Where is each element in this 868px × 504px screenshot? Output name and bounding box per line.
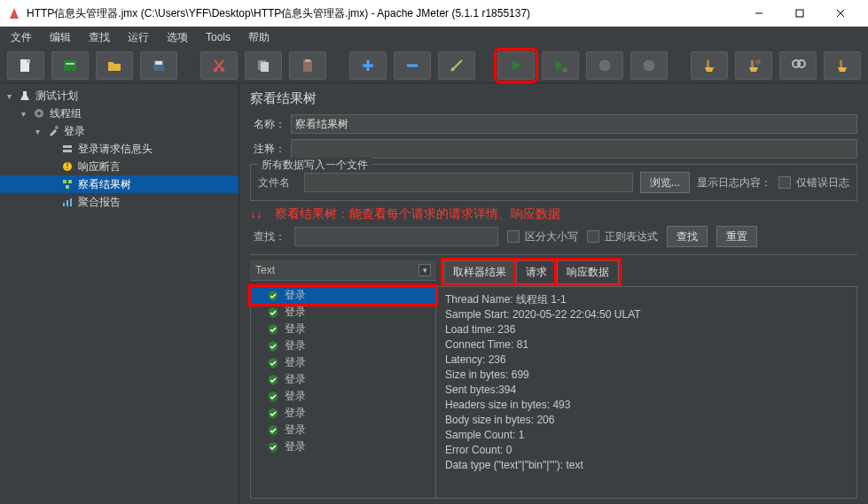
detail-tabs: 取样器结果 请求 响应数据: [443, 260, 619, 284]
menu-search[interactable]: 查找: [82, 28, 117, 47]
app-icon: [7, 6, 21, 20]
result-row[interactable]: 登录: [251, 438, 435, 455]
expand-button[interactable]: [349, 51, 387, 80]
svg-point-23: [755, 59, 761, 65]
tree-item-assert[interactable]: !响应断言: [0, 158, 239, 175]
tree-item-label: 聚合报告: [78, 195, 121, 210]
regex-checkbox[interactable]: [587, 230, 599, 243]
renderer-dropdown-label: Text: [255, 264, 275, 276]
result-row[interactable]: 登录: [251, 422, 435, 438]
result-row[interactable]: 登录: [251, 321, 435, 337]
result-row[interactable]: 登录: [251, 388, 435, 405]
menu-file[interactable]: 文件: [4, 28, 39, 47]
toolbar: [0, 48, 868, 83]
tree-item-label: 登录: [64, 124, 85, 139]
open-button[interactable]: [96, 51, 133, 80]
titlebar: HTTP信息头管理器.jmx (C:\Users\YFF\Desktop\HTT…: [0, 0, 868, 27]
svg-point-28: [37, 112, 41, 115]
copy-button[interactable]: [245, 51, 282, 80]
stop-button[interactable]: [586, 51, 623, 80]
tab-request[interactable]: 请求: [516, 260, 557, 284]
result-row[interactable]: 登录: [251, 371, 435, 388]
case-sensitive-checkbox[interactable]: [507, 230, 520, 243]
gear-icon: [32, 106, 46, 120]
svg-rect-39: [70, 198, 72, 206]
comment-input[interactable]: [291, 139, 857, 159]
close-button[interactable]: [820, 0, 861, 27]
paste-button[interactable]: [289, 51, 326, 80]
svg-rect-38: [66, 200, 68, 206]
tree-item-label: 察看结果树: [78, 177, 131, 192]
tree-item-label: 线程组: [50, 106, 82, 121]
tree-toggle-icon[interactable]: ▾: [4, 91, 14, 101]
svg-rect-30: [63, 145, 72, 148]
result-row[interactable]: 登录: [251, 354, 435, 371]
tree-item-flask[interactable]: ▾测试计划: [0, 87, 239, 105]
only-error-checkbox[interactable]: [778, 176, 791, 189]
result-row[interactable]: 登录: [251, 287, 435, 304]
menu-options[interactable]: 选项: [160, 28, 195, 47]
search-input[interactable]: [294, 227, 498, 246]
start-button[interactable]: [497, 51, 535, 80]
success-shield-icon: [267, 441, 279, 454]
save-button[interactable]: [140, 51, 177, 80]
tree-item-report[interactable]: 聚合报告: [0, 193, 239, 211]
result-row[interactable]: 登录: [251, 304, 435, 321]
menu-help[interactable]: 帮助: [241, 28, 277, 47]
result-row[interactable]: 登录: [251, 337, 435, 354]
clear-all-button[interactable]: [735, 51, 772, 80]
flask-icon: [18, 89, 32, 103]
shutdown-button[interactable]: [630, 51, 668, 80]
tree-toggle-icon[interactable]: ▾: [32, 127, 43, 136]
maximize-button[interactable]: [779, 0, 820, 27]
svg-rect-7: [66, 63, 74, 65]
annotation-results: ↓↓ 察看结果树：能查看每个请求的请求详情、响应数据: [250, 206, 857, 222]
svg-text:!: !: [66, 160, 68, 172]
tab-sampler-result[interactable]: 取样器结果: [443, 260, 516, 284]
svg-rect-35: [68, 180, 72, 183]
write-results-legend: 所有数据写入一个文件: [258, 158, 371, 173]
search-button[interactable]: 查找: [667, 226, 708, 247]
renderer-dropdown[interactable]: ▾: [418, 264, 431, 276]
templates-button[interactable]: [51, 51, 89, 80]
tree-item-headers[interactable]: 登录请求信息头: [0, 140, 239, 158]
svg-rect-6: [64, 60, 76, 71]
minimize-button[interactable]: [739, 0, 779, 27]
tree-toggle-icon[interactable]: ▾: [18, 109, 28, 119]
browse-button[interactable]: 浏览...: [640, 172, 690, 193]
result-row-label: 登录: [285, 389, 306, 404]
collapse-button[interactable]: [394, 51, 431, 80]
svg-rect-26: [840, 60, 842, 67]
detail-line: Data type ("text"|"bin"|""): text: [445, 458, 848, 473]
tree-item-label: 测试计划: [35, 89, 78, 104]
svg-rect-34: [63, 180, 66, 183]
clear-button[interactable]: [691, 51, 728, 80]
filename-input[interactable]: [304, 173, 633, 192]
menu-edit[interactable]: 编辑: [43, 28, 78, 47]
results-list[interactable]: 登录登录登录登录登录登录登录登录登录登录: [250, 286, 436, 499]
result-row[interactable]: 登录: [251, 405, 435, 422]
tree-item-label: 响应断言: [78, 159, 121, 174]
tree-item-tree[interactable]: 察看结果树: [0, 175, 239, 193]
menu-tools[interactable]: Tools: [199, 29, 238, 45]
detail-line: Headers size in bytes: 493: [445, 398, 848, 413]
tree-item-dropper[interactable]: ▾登录: [0, 122, 239, 140]
success-shield-icon: [267, 424, 279, 437]
result-row-label: 登录: [285, 305, 306, 320]
cut-button[interactable]: [200, 51, 238, 80]
tree-icon: [60, 177, 74, 191]
search-label: 查找：: [250, 229, 285, 244]
new-button[interactable]: [7, 51, 44, 80]
tab-response-data[interactable]: 响应数据: [557, 260, 619, 284]
svg-rect-21: [707, 60, 709, 67]
menu-run[interactable]: 运行: [121, 28, 156, 47]
test-plan-tree[interactable]: ▾测试计划▾线程组▾登录登录请求信息头!响应断言察看结果树聚合报告: [0, 83, 239, 504]
detail-line: Latency: 236: [445, 353, 848, 368]
toggle-button[interactable]: [438, 51, 475, 80]
start-no-pause-button[interactable]: [542, 51, 579, 80]
reset-button[interactable]: 重置: [716, 226, 757, 247]
search-button-toolbar[interactable]: [779, 51, 817, 80]
tree-item-gear[interactable]: ▾线程组: [0, 105, 239, 122]
reset-search-button[interactable]: [824, 51, 861, 80]
name-input[interactable]: [291, 114, 857, 134]
